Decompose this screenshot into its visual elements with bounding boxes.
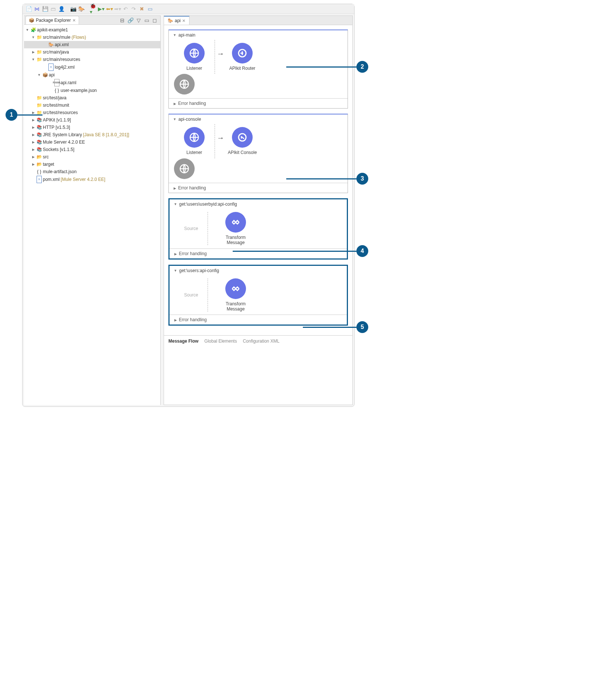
undo-nav-icon[interactable]: ↶ <box>122 6 129 12</box>
component-listener[interactable]: Listener <box>174 43 215 71</box>
tree-folder-test-munit[interactable]: 📁 src/test/munit <box>24 102 160 109</box>
debug-icon[interactable]: 🐞▾ <box>90 6 96 12</box>
caret-right-icon[interactable]: ▶ <box>31 124 35 131</box>
tree-file-mule-artifact[interactable]: { } mule-artifact.json <box>24 168 160 175</box>
caret-right-icon[interactable]: ▶ <box>31 154 35 160</box>
tab-global-elements[interactable]: Global Elements <box>204 339 237 344</box>
open-perspective-icon[interactable]: ▭ <box>147 6 153 12</box>
tree-folder-src[interactable]: ▶ 📂 src <box>24 153 160 161</box>
save-icon[interactable]: 💾 <box>42 6 48 12</box>
caret-right-icon[interactable]: ▶ <box>31 131 35 138</box>
caret-down-icon[interactable]: ▼ <box>173 269 178 272</box>
tree-file-api-xml[interactable]: 🐎 api.xml <box>24 41 160 48</box>
tree-folder-resources[interactable]: ▼ 📁 src/main/resources <box>24 56 160 63</box>
back-icon[interactable]: ⬅▾ <box>106 6 113 12</box>
tree-file-api-raml[interactable]: RAML api.raml <box>24 79 160 87</box>
caret-right-icon[interactable]: ▶ <box>31 49 35 55</box>
tree-lib-jre[interactable]: ▶ 📚 JRE System Library [Java SE 8 [1.8.0… <box>24 131 160 138</box>
save-all-icon[interactable]: 🗃 <box>50 6 57 12</box>
tree-lib-apikit[interactable]: ▶ 📚 APIKit [v1.1.9] <box>24 116 160 124</box>
flow-get-userbyid[interactable]: ▼ get:\users\userbyid:api-config Source … <box>168 198 348 260</box>
plain-folder-icon: 📂 <box>37 154 42 160</box>
tab-configuration-xml[interactable]: Configuration XML <box>243 339 279 344</box>
link-icon[interactable]: ⋈ <box>34 6 40 12</box>
caret-right-icon[interactable]: ▶ <box>31 146 35 153</box>
component-apikit-router[interactable]: APIkit Router <box>222 43 263 71</box>
error-handling-section[interactable]: ▶ Error handling <box>169 183 348 193</box>
tree-lib-mule-server[interactable]: ▶ 📚 Mule Server 4.2.0 EE <box>24 138 160 146</box>
error-handling-section[interactable]: ▶ Error handling <box>170 315 347 325</box>
error-handling-section[interactable]: ▶ Error handling <box>169 98 348 108</box>
close-perspective-icon[interactable]: ✖ <box>139 6 145 12</box>
callout-1: 1 <box>6 109 17 121</box>
flow-get-users[interactable]: ▼ get:\users:api-config Source Transform… <box>168 265 348 326</box>
caret-right-icon[interactable]: ▶ <box>173 318 178 322</box>
tree-folder-java[interactable]: ▶ 📁 src/main/java <box>24 48 160 56</box>
callout-line-2 <box>286 66 356 68</box>
component-listener[interactable]: Listener <box>174 127 215 155</box>
caret-down-icon[interactable]: ▼ <box>172 117 177 121</box>
component-apikit-console[interactable]: APIkit Console <box>222 127 263 155</box>
editor-tab-label: api <box>175 18 181 23</box>
caret-right-icon[interactable]: ▶ <box>31 161 35 168</box>
caret-down-icon[interactable]: ▼ <box>173 202 178 206</box>
globe-gray-icon <box>174 158 195 179</box>
tree-folder-api[interactable]: ▼ 📦 api <box>24 71 160 79</box>
caret-down-icon[interactable]: ▼ <box>25 27 30 33</box>
camera-icon[interactable]: 📷 <box>70 6 76 12</box>
caret-right-icon[interactable]: ▶ <box>173 252 178 256</box>
xml-file-icon: X <box>37 176 42 183</box>
person-icon[interactable]: 👤 <box>58 6 65 12</box>
collapse-icon[interactable]: ⊟ <box>119 17 126 24</box>
package-explorer-tab[interactable]: 📦 Package Explorer ✕ <box>25 16 79 24</box>
component-transform-message[interactable]: Transform Message <box>215 212 256 246</box>
view-menu-icon[interactable]: ▽ <box>135 17 142 24</box>
flow-api-console[interactable]: ▼ api-console Listener → <box>168 114 348 193</box>
json-file-icon: { } <box>54 87 59 94</box>
flow-name-label: api-console <box>178 117 201 122</box>
redo-nav-icon[interactable]: ↷ <box>130 6 137 12</box>
mule-icon[interactable]: 🐎 <box>78 6 85 12</box>
caret-right-icon[interactable]: ▶ <box>172 186 177 190</box>
plain-folder-icon: 📂 <box>37 161 42 168</box>
close-icon[interactable]: ✕ <box>182 18 185 23</box>
run-icon[interactable]: ▶▾ <box>98 6 105 12</box>
package-explorer-pane: 📦 Package Explorer ✕ ⊟ 🔗 ▽ ▭ ◻ ▼ 🧩 <box>24 16 161 405</box>
maximize-view-icon[interactable]: ◻ <box>151 17 158 24</box>
mule-file-icon: 🐎 <box>168 18 173 23</box>
tab-message-flow[interactable]: Message Flow <box>168 339 198 344</box>
flow-canvas[interactable]: ▼ api-main Listener → <box>164 25 352 335</box>
caret-down-icon[interactable]: ▼ <box>172 33 177 37</box>
caret-right-icon[interactable]: ▶ <box>31 117 35 123</box>
caret-down-icon[interactable]: ▼ <box>31 56 35 63</box>
source-placeholder[interactable]: Source <box>175 212 208 245</box>
editor-tab-api[interactable]: 🐎 api ✕ <box>164 16 189 25</box>
tree-folder-test-resources[interactable]: ▶ 📁 src/test/resources <box>24 109 160 116</box>
tree-lib-http[interactable]: ▶ 📚 HTTP [v1.5.3] <box>24 124 160 131</box>
tree-folder-mule[interactable]: ▼ 📁 src/main/mule (Flows) <box>24 34 160 41</box>
component-transform-message[interactable]: Transform Message <box>215 278 256 312</box>
callout-line-3 <box>286 178 356 179</box>
new-icon[interactable]: 📄 <box>25 6 32 12</box>
tree-file-pom[interactable]: X pom.xml [Mule Server 4.2.0 EE] <box>24 175 160 183</box>
folder-icon: 📁 <box>37 49 42 55</box>
minimize-view-icon[interactable]: ▭ <box>143 17 150 24</box>
source-placeholder[interactable]: Source <box>175 278 208 312</box>
caret-right-icon[interactable]: ▶ <box>31 139 35 145</box>
close-icon[interactable]: ✕ <box>72 18 76 23</box>
link-editor-icon[interactable]: 🔗 <box>127 17 134 24</box>
caret-down-icon[interactable]: ▼ <box>37 72 41 78</box>
error-handling-section[interactable]: ▶ Error handling <box>170 248 347 258</box>
caret-right-icon[interactable]: ▶ <box>172 102 177 106</box>
caret-down-icon[interactable]: ▼ <box>31 34 35 41</box>
tree-project-root[interactable]: ▼ 🧩 apikit-example1 <box>24 26 160 34</box>
callout-line-4 <box>233 251 356 252</box>
tree-folder-test-java[interactable]: 📁 src/test/java <box>24 94 160 102</box>
tree-file-user-example[interactable]: { } user-example.json <box>24 87 160 94</box>
tree-lib-sockets[interactable]: ▶ 📚 Sockets [v1.1.5] <box>24 146 160 153</box>
tree-folder-target[interactable]: ▶ 📂 target <box>24 161 160 168</box>
flow-api-main[interactable]: ▼ api-main Listener → <box>168 30 348 109</box>
tree-file-log4j2[interactable]: X log4j2.xml <box>24 63 160 71</box>
forward-icon[interactable]: ➡▾ <box>114 6 121 12</box>
project-tree[interactable]: ▼ 🧩 apikit-example1 ▼ 📁 src/main/mule (F… <box>24 25 160 405</box>
